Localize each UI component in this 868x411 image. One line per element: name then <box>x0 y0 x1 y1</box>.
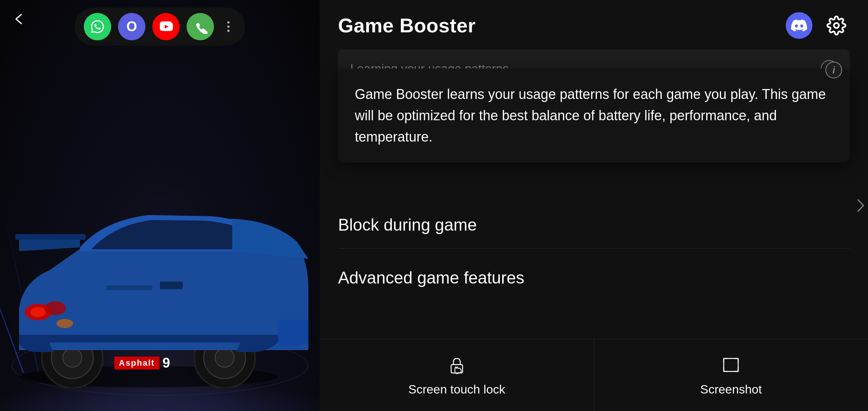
advanced-game-features-section[interactable]: Advanced game features <box>320 256 868 293</box>
svg-point-10 <box>45 301 66 315</box>
game-logo: Asphalt 9 <box>114 355 170 371</box>
screenshot-label: Screenshot <box>700 382 762 397</box>
screenshot-icon <box>720 354 742 376</box>
tooltip-popup: Game Booster learns your usage patterns … <box>338 68 850 162</box>
settings-button[interactable] <box>823 12 850 39</box>
game-background: O Asphalt 9 <box>0 0 320 411</box>
svg-point-9 <box>30 307 46 317</box>
touch-lock-icon <box>445 354 468 376</box>
svg-point-6 <box>215 348 234 367</box>
discord-button[interactable] <box>786 12 812 39</box>
tooltip-info-icon[interactable]: i <box>825 62 842 78</box>
game-panel: O Asphalt 9 <box>0 0 320 411</box>
shortcut-opera[interactable]: O <box>118 13 145 40</box>
back-button[interactable] <box>8 8 30 30</box>
svg-rect-7 <box>15 234 86 240</box>
panel-collapse-arrow[interactable] <box>853 190 868 221</box>
shortcut-youtube[interactable] <box>152 13 180 40</box>
svg-point-11 <box>56 319 73 328</box>
svg-rect-12 <box>160 282 183 289</box>
svg-rect-16 <box>724 358 738 371</box>
game-number: 9 <box>163 355 170 371</box>
divider-1 <box>338 248 850 249</box>
game-booster-panel: Game Booster Learning your usage pattern… <box>320 0 868 411</box>
shortcuts-more-button[interactable] <box>221 19 236 34</box>
shortcut-whatsapp[interactable] <box>84 13 111 40</box>
shortcuts-bar: O <box>75 8 245 46</box>
header-icons <box>786 12 850 39</box>
asphalt-badge: Asphalt <box>114 357 160 370</box>
panel-header: Game Booster <box>320 0 868 49</box>
screen-touch-lock-label: Screen touch lock <box>408 382 505 397</box>
tooltip-text: Game Booster learns your usage patterns … <box>355 84 833 147</box>
svg-point-3 <box>63 348 82 367</box>
screenshot-button[interactable]: Screenshot <box>594 339 868 411</box>
block-during-game-section[interactable]: Block during game <box>320 203 868 241</box>
svg-point-14 <box>834 23 839 28</box>
shortcut-phone[interactable] <box>187 13 214 40</box>
screen-touch-lock-button[interactable]: Screen touch lock <box>320 339 594 411</box>
bottom-toolbar: Screen touch lock Screenshot <box>320 339 868 411</box>
svg-rect-13 <box>107 285 152 290</box>
panel-title: Game Booster <box>338 14 475 37</box>
